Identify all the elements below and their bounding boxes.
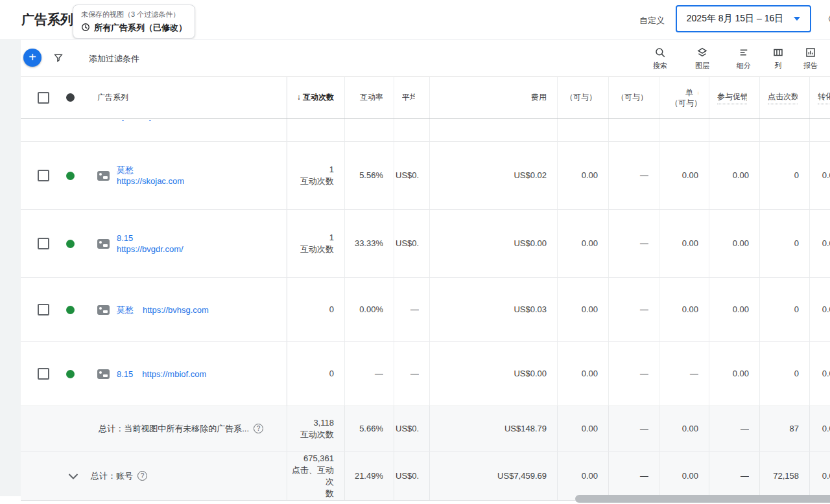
- segment-button[interactable]: 细分: [728, 47, 760, 71]
- unit-value: 0.00: [663, 238, 698, 249]
- reports-button[interactable]: 报告: [794, 47, 827, 71]
- left-gutter: [0, 39, 21, 496]
- layers-label: 图层: [695, 61, 709, 71]
- viewable2-total: —: [613, 423, 648, 435]
- campaign-type-icon: [97, 171, 110, 181]
- interaction-rate-total: 21.49%: [349, 470, 383, 482]
- view-chip[interactable]: 未保存的视图（3 个过滤条件） 所有广告系列（已修改）: [73, 5, 195, 39]
- interaction-rate-total: 5.66%: [349, 423, 383, 435]
- view-chip-subtitle: 未保存的视图（3 个过滤条件）: [81, 10, 187, 19]
- engage-total: —: [713, 470, 749, 482]
- engage-value: 0.00: [713, 368, 749, 380]
- expand-chevron-icon[interactable]: [68, 470, 78, 482]
- header-interaction-rate[interactable]: 互动率: [345, 77, 394, 118]
- campaign-url-link[interactable]: https://bvhsg.com: [143, 304, 209, 315]
- status-enabled-icon[interactable]: [66, 240, 75, 248]
- reports-label: 报告: [803, 61, 818, 71]
- status-enabled-icon[interactable]: [66, 306, 75, 314]
- viewable1-value: 0.00: [562, 304, 598, 315]
- viewable1-value: 0.00: [562, 238, 598, 249]
- search-button[interactable]: 搜索: [644, 47, 676, 71]
- help-icon[interactable]: ?: [254, 424, 263, 433]
- clipped-text-fragment: [149, 120, 151, 121]
- row-checkbox[interactable]: [38, 368, 49, 380]
- page-title: 广告系列: [21, 11, 73, 29]
- engage-value: 0.00: [713, 238, 749, 249]
- filter-icon[interactable]: [53, 52, 64, 65]
- header-viewable-2[interactable]: （可与）: [609, 77, 659, 118]
- header-avg-cost[interactable]: 平均费用: [394, 77, 430, 118]
- avg-cost-value: US$0.02: [396, 170, 419, 181]
- clicks-total: 72,158: [764, 470, 799, 482]
- view-chip-title: 所有广告系列（已修改）: [94, 22, 187, 34]
- layers-icon: [696, 47, 708, 58]
- clipped-text-fragment: [122, 120, 124, 121]
- select-all-checkbox[interactable]: [38, 92, 49, 104]
- header-viewable-1[interactable]: （可与）: [558, 77, 609, 118]
- header-campaign-label[interactable]: 广告系列: [97, 92, 128, 103]
- conversions-total: 0.00: [814, 423, 830, 435]
- table-row: 8.15 https://mbiof.com 0 — — US$0.00 0.0…: [21, 342, 830, 406]
- segment-icon: [738, 47, 750, 58]
- row-checkbox[interactable]: [38, 170, 49, 181]
- viewable2-value: —: [613, 368, 648, 380]
- row-checkbox[interactable]: [38, 304, 49, 315]
- header-engagements[interactable]: 参与促销: [709, 77, 760, 118]
- header-campaign: 广告系列: [21, 77, 287, 118]
- horizontal-scrollbar[interactable]: [575, 495, 830, 503]
- campaign-url-link[interactable]: https://bvgdr.com/: [117, 244, 184, 255]
- cost-value: US$0.02: [434, 170, 547, 181]
- conversions-value: 0.00: [814, 368, 830, 380]
- avg-cost-value: —: [396, 368, 419, 380]
- header-interactions[interactable]: ↓ 互动次数: [287, 77, 345, 118]
- table-row: 莫愁 https://bvhsg.com 0 0.00% — US$0.03 0…: [21, 278, 830, 342]
- campaign-name-link[interactable]: 莫愁: [117, 304, 134, 315]
- unit-value: 0.00: [663, 170, 698, 181]
- date-range-picker[interactable]: 2025年 8月 15日 – 16日: [676, 5, 811, 32]
- partial-name-cell: [21, 119, 287, 141]
- campaign-name-link[interactable]: 8.15: [117, 233, 184, 244]
- help-icon[interactable]: ?: [137, 471, 147, 481]
- layers-button[interactable]: 图层: [686, 47, 718, 71]
- status-enabled-icon[interactable]: [66, 370, 75, 378]
- interactions-value: 0: [291, 368, 334, 380]
- add-campaign-button[interactable]: +: [23, 49, 42, 67]
- clicks-value: 0: [764, 170, 799, 181]
- conversions-total: 0.00: [814, 470, 830, 482]
- add-filter-button[interactable]: 添加过滤条件: [89, 53, 139, 65]
- interaction-rate-value: 33.33%: [349, 238, 383, 249]
- campaign-url-link[interactable]: https://skojac.com: [117, 176, 184, 187]
- totals-filtered-row: 总计：当前视图中所有未移除的广告系... ? 3,118 互动次数 5.66% …: [21, 406, 830, 452]
- columns-icon: [772, 47, 784, 58]
- google-ads-campaigns-page: 广告系列 未保存的视图（3 个过滤条件） 所有广告系列（已修改） 自定义 202…: [0, 0, 830, 504]
- cost-value: US$0.03: [434, 304, 547, 315]
- clicks-value: 0: [764, 368, 799, 380]
- status-filter-dot-icon[interactable]: [66, 93, 75, 102]
- campaign-url-link[interactable]: https://mbiof.com: [142, 369, 206, 380]
- viewable2-value: —: [613, 170, 648, 181]
- header-conversions[interactable]: 转化次数: [810, 77, 830, 118]
- viewable2-value: —: [613, 304, 648, 315]
- campaign-name-link[interactable]: 莫愁: [117, 165, 184, 176]
- header-clicks[interactable]: 点击次数: [760, 77, 810, 118]
- campaign-name-link[interactable]: 8.15: [117, 369, 133, 380]
- columns-label: 列: [775, 61, 782, 71]
- viewable1-total: 0.00: [562, 470, 598, 482]
- columns-button[interactable]: 列: [762, 47, 794, 71]
- campaigns-table: 广告系列 ↓ 互动次数 互动率 平均费用 费用 （可与） （可与: [21, 76, 830, 501]
- interaction-rate-value: —: [349, 368, 383, 380]
- collapse-panel-chevron-icon[interactable]: 〈: [820, 10, 830, 29]
- viewable1-total: 0.00: [562, 423, 598, 435]
- header-cost[interactable]: 费用: [430, 77, 558, 118]
- totals-account-row: 总计：账号 ? 675,361 点击、互动次 数 21.49% US$0.01 …: [21, 452, 830, 501]
- engage-value: 0.00: [713, 304, 749, 315]
- sort-desc-icon: ↓: [297, 93, 301, 102]
- clicks-value: 0: [764, 238, 799, 249]
- cost-value: US$0.00: [434, 238, 547, 249]
- date-range-value: 2025年 8月 15日 – 16日: [687, 13, 783, 25]
- row-checkbox[interactable]: [38, 238, 49, 249]
- viewable2-value: —: [613, 238, 648, 249]
- unit-value: 0.00: [663, 304, 698, 315]
- status-enabled-icon[interactable]: [66, 172, 75, 180]
- header-unit-viewable[interactable]: 单（（可与）: [659, 77, 709, 118]
